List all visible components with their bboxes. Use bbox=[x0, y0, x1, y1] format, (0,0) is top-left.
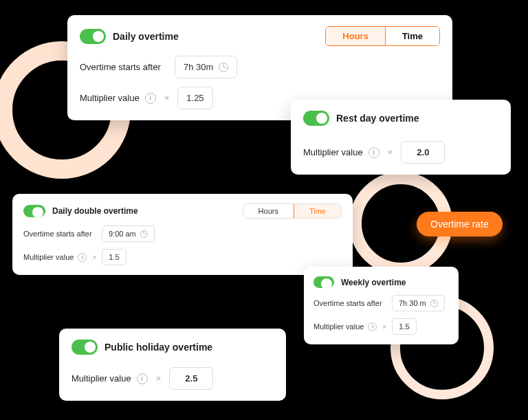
multiplier-input[interactable]: 1.5 bbox=[392, 318, 416, 335]
overtime-starts-label: Overtime starts after bbox=[80, 62, 169, 72]
card-title: Daily double overtime bbox=[52, 206, 138, 216]
multiplier-label: Multiplier value bbox=[314, 322, 364, 331]
times-symbol: × bbox=[164, 93, 170, 103]
overtime-starts-input[interactable]: 7h 30 m bbox=[392, 295, 445, 311]
multiplier-value: 2.5 bbox=[185, 373, 197, 384]
overtime-starts-value: 7h 30m bbox=[184, 62, 213, 72]
rest-day-overtime-card: Rest day overtime Multiplier value i × 2… bbox=[291, 100, 511, 175]
segment-hours-button[interactable]: Hours bbox=[243, 204, 294, 218]
segment-hours-button[interactable]: Hours bbox=[326, 27, 385, 45]
unit-segment: Hours Time bbox=[243, 203, 342, 219]
multiplier-input[interactable]: 1.25 bbox=[177, 87, 212, 109]
segment-time-button[interactable]: Time bbox=[385, 27, 439, 45]
multiplier-label: Multiplier value bbox=[80, 93, 140, 103]
daily-overtime-toggle[interactable] bbox=[80, 29, 106, 44]
multiplier-value: 1.25 bbox=[186, 93, 204, 103]
weekly-overtime-card: Weekly overtime Overtime starts after 7h… bbox=[304, 267, 459, 344]
info-icon[interactable]: i bbox=[368, 147, 380, 158]
overtime-starts-input[interactable]: 7h 30m bbox=[175, 56, 237, 78]
multiplier-value: 1.5 bbox=[109, 253, 119, 261]
public-holiday-overtime-card: Public holiday overtime Multiplier value… bbox=[59, 329, 286, 401]
multiplier-input[interactable]: 2.0 bbox=[401, 141, 445, 164]
times-symbol: × bbox=[388, 147, 393, 157]
overtime-rate-pill[interactable]: Overtime rate bbox=[417, 212, 503, 236]
overtime-starts-value: 7h 30 m bbox=[399, 299, 426, 307]
times-symbol: × bbox=[382, 323, 386, 331]
times-symbol: × bbox=[92, 254, 96, 261]
overtime-starts-label: Overtime starts after bbox=[23, 230, 98, 238]
overtime-starts-label: Overtime starts after bbox=[314, 299, 388, 307]
clock-icon bbox=[140, 230, 148, 238]
weekly-toggle[interactable] bbox=[314, 276, 334, 288]
times-symbol: × bbox=[156, 373, 162, 384]
clock-icon bbox=[219, 63, 228, 72]
clock-icon bbox=[430, 300, 438, 307]
daily-double-toggle[interactable] bbox=[23, 205, 45, 217]
multiplier-label: Multiplier value bbox=[72, 373, 131, 384]
multiplier-value: 2.0 bbox=[417, 147, 429, 157]
multiplier-value: 1.5 bbox=[399, 322, 409, 331]
info-icon[interactable]: i bbox=[137, 373, 148, 384]
card-title: Daily overtime bbox=[113, 31, 179, 42]
multiplier-label: Multiplier value bbox=[23, 253, 74, 261]
unit-segment: Hours Time bbox=[325, 26, 440, 46]
multiplier-input[interactable]: 2.5 bbox=[169, 367, 213, 390]
info-icon[interactable]: i bbox=[368, 322, 377, 331]
public-holiday-toggle[interactable] bbox=[72, 340, 98, 355]
info-icon[interactable]: i bbox=[78, 253, 87, 262]
multiplier-input[interactable]: 1.5 bbox=[102, 249, 126, 265]
card-title: Rest day overtime bbox=[336, 113, 419, 124]
card-title: Public holiday overtime bbox=[104, 342, 212, 353]
card-title: Weekly overtime bbox=[341, 278, 406, 287]
daily-double-overtime-card: Daily double overtime Hours Time Overtim… bbox=[12, 194, 353, 275]
rest-day-toggle[interactable] bbox=[303, 111, 329, 126]
overtime-starts-input[interactable]: 9:00 am bbox=[102, 225, 155, 242]
info-icon[interactable]: i bbox=[145, 93, 156, 104]
segment-time-button[interactable]: Time bbox=[294, 204, 341, 218]
overtime-starts-value: 9:00 am bbox=[109, 230, 136, 238]
multiplier-label: Multiplier value bbox=[303, 147, 363, 157]
